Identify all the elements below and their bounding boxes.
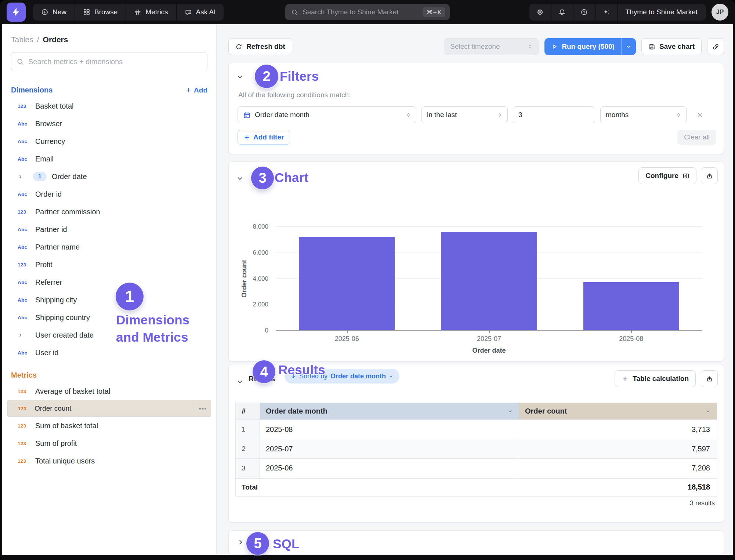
- export-chart-button[interactable]: [701, 167, 718, 184]
- more-options-icon[interactable]: [199, 407, 206, 410]
- sidebar-search-input[interactable]: [28, 58, 202, 66]
- sidebar-item-order-id[interactable]: AbcOrder id: [2, 185, 216, 203]
- ai-sparkles-button[interactable]: [595, 4, 618, 21]
- annotation-circle-3: 3: [251, 167, 274, 189]
- avatar[interactable]: JP: [712, 4, 728, 21]
- sidebar-item-sum-of-basket-total[interactable]: 123Sum of basket total: [2, 417, 216, 434]
- ask-ai-label: Ask AI: [196, 8, 216, 16]
- chevron-right-icon[interactable]: [18, 332, 30, 338]
- dimension-label: Currency: [35, 137, 65, 146]
- plus-icon: [185, 87, 192, 93]
- string-type-icon: Abc: [18, 156, 30, 162]
- annotation-label-1: Dimensions and Metrics: [116, 311, 195, 346]
- number-type-icon: 123: [18, 423, 30, 429]
- sidebar-item-average-of-basket-total[interactable]: 123Average of basket total: [2, 382, 216, 400]
- chart-bar-2025-06: [299, 237, 395, 330]
- sidebar-item-shipping-city[interactable]: AbcShipping city: [2, 291, 216, 309]
- column-header-order-date-month[interactable]: Order date month: [260, 403, 519, 420]
- updown-chevron-icon: [405, 112, 412, 118]
- filter-operator-value: in the last: [427, 111, 457, 119]
- add-dimension-button[interactable]: Add: [185, 86, 207, 94]
- clear-all-button[interactable]: Clear all: [677, 130, 716, 145]
- filter-field-select[interactable]: Order date month: [238, 106, 416, 123]
- filter-operator-select[interactable]: in the last: [421, 106, 508, 123]
- collapse-results-chevron[interactable]: [236, 378, 244, 387]
- sidebar-item-currency[interactable]: AbcCurrency: [2, 132, 216, 150]
- annotation-label-3: Chart: [275, 170, 308, 185]
- global-search[interactable]: ⌘+K: [285, 4, 450, 20]
- sidebar-item-browser[interactable]: AbcBrowser: [2, 115, 216, 132]
- hash-icon: [134, 8, 141, 16]
- column-header-order-count[interactable]: Order count: [519, 403, 717, 420]
- org-menu[interactable]: Thyme to Shine Market: [618, 4, 706, 21]
- sidebar-item-partner-id[interactable]: AbcPartner id: [2, 221, 216, 238]
- sidebar-item-order-date[interactable]: 1Order date: [2, 168, 216, 185]
- notifications-button[interactable]: [551, 4, 573, 21]
- timezone-select[interactable]: Select timezone: [444, 38, 539, 55]
- chevron-right-icon[interactable]: [18, 174, 30, 179]
- sidebar-item-user-id[interactable]: AbcUser id: [2, 344, 216, 361]
- sidebar-item-partner-commission[interactable]: 123Partner commission: [2, 203, 216, 221]
- metrics-header: Metrics: [11, 371, 207, 379]
- filter-value-input[interactable]: [513, 106, 595, 123]
- dimension-label: Partner name: [35, 243, 80, 251]
- sidebar-item-order-count[interactable]: 123Order count: [7, 400, 211, 417]
- sidebar-item-referrer[interactable]: AbcReferrer: [2, 273, 216, 291]
- collapse-filters-chevron[interactable]: [236, 73, 244, 82]
- ask-ai-button[interactable]: Ask AI: [177, 4, 224, 21]
- filters-subtitle: All of the following conditions match:: [238, 91, 351, 99]
- global-search-input[interactable]: [303, 8, 418, 16]
- dimension-label: Shipping city: [35, 296, 77, 304]
- field-count-badge: 1: [33, 172, 47, 181]
- configure-button[interactable]: Configure: [638, 167, 696, 184]
- sidebar-item-email[interactable]: AbcEmail: [2, 150, 216, 168]
- dimension-label: Browser: [35, 120, 62, 128]
- expand-sql-chevron[interactable]: [237, 538, 245, 548]
- share-link-button[interactable]: [707, 38, 724, 55]
- sql-section: [228, 530, 724, 554]
- browse-button[interactable]: Browse: [75, 4, 126, 21]
- updown-chevron-icon: [497, 112, 503, 118]
- table-calculation-button[interactable]: Table calculation: [615, 370, 696, 387]
- sidebar-item-total-unique-users[interactable]: 123Total unique users: [2, 452, 216, 470]
- collapse-chart-chevron[interactable]: [236, 175, 244, 184]
- annotation-label-4: Results: [278, 363, 325, 377]
- sidebar-item-partner-name[interactable]: AbcPartner name: [2, 238, 216, 256]
- new-button[interactable]: New: [33, 4, 75, 21]
- metric-label: Order count: [35, 404, 71, 412]
- chevron-down-icon: [389, 374, 394, 379]
- total-label: Total: [236, 478, 260, 497]
- filter-value-field[interactable]: [513, 107, 595, 123]
- sidebar-item-basket-total[interactable]: 123Basket total: [2, 97, 216, 115]
- dimension-label: Order id: [35, 190, 62, 199]
- content-row: Tables / Orders Dimensions Add 123Basket…: [2, 24, 733, 555]
- chevron-down-icon[interactable]: [705, 408, 711, 414]
- cell-order-date-month: 2025-07: [260, 439, 519, 459]
- y-tick: 0: [265, 327, 268, 334]
- help-button[interactable]: [573, 4, 595, 21]
- filter-unit-select[interactable]: months: [600, 106, 687, 123]
- top-navbar: New Browse Metrics Ask AI ⌘+K Thyme to S…: [0, 0, 735, 24]
- breadcrumb-tables[interactable]: Tables: [11, 35, 33, 44]
- chevron-down-icon[interactable]: [507, 408, 513, 414]
- dimension-label: Basket total: [35, 102, 74, 110]
- run-query-dropdown[interactable]: [621, 38, 636, 55]
- sidebar-item-sum-of-profit[interactable]: 123Sum of profit: [2, 434, 216, 452]
- remove-filter-button[interactable]: [692, 106, 708, 123]
- save-icon: [648, 43, 655, 50]
- settings-button[interactable]: [529, 4, 551, 21]
- dimension-label: Shipping country: [35, 313, 90, 322]
- add-filter-button[interactable]: Add filter: [238, 130, 290, 145]
- dimension-label: Order date: [52, 172, 87, 181]
- chart-bar-slot: [560, 227, 702, 330]
- refresh-dbt-button[interactable]: Refresh dbt: [228, 38, 292, 55]
- sidebar-search[interactable]: [11, 52, 207, 71]
- run-query-button[interactable]: Run query (500): [544, 38, 636, 55]
- timezone-placeholder: Select timezone: [450, 43, 500, 51]
- save-chart-button[interactable]: Save chart: [641, 38, 702, 55]
- annotation-circle-5: 5: [246, 532, 269, 555]
- sidebar-item-profit[interactable]: 123Profit: [2, 256, 216, 273]
- app-logo[interactable]: [7, 3, 26, 22]
- metrics-button[interactable]: Metrics: [126, 4, 176, 21]
- export-results-button[interactable]: [701, 370, 718, 387]
